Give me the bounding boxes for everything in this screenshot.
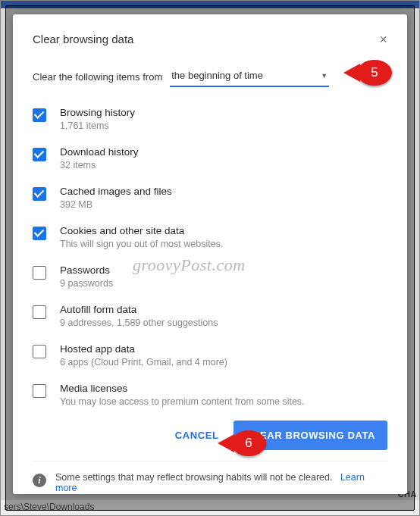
list-item: Download history32 items xyxy=(33,140,387,177)
item-sublabel: You may lose access to premium content f… xyxy=(60,396,305,407)
item-body: Download history32 items xyxy=(60,146,139,170)
list-item: Hosted app data6 apps (Cloud Print, Gmai… xyxy=(33,337,387,374)
checkbox[interactable] xyxy=(33,266,46,280)
checkbox[interactable] xyxy=(33,384,46,398)
list-item: Cached images and files392 MB xyxy=(33,180,387,216)
item-sublabel: 6 apps (Cloud Print, Gmail, and 4 more) xyxy=(60,357,227,367)
annotation-marker-5: 5 xyxy=(357,60,392,86)
item-body: Cookies and other site dataThis will sig… xyxy=(60,225,223,249)
checkbox[interactable] xyxy=(33,345,46,358)
item-sublabel: This will sign you out of most websites. xyxy=(60,239,223,249)
item-label: Hosted app data xyxy=(60,343,227,355)
item-sublabel: 392 MB xyxy=(60,199,172,210)
footer-text: Some settings that may reflect browsing … xyxy=(55,472,332,483)
items-list: Browsing history1,761 itemsDownload hist… xyxy=(33,101,387,413)
item-label: Download history xyxy=(60,146,139,158)
list-item: Cookies and other site dataThis will sig… xyxy=(33,219,387,255)
time-range-row: Clear the following items from the begin… xyxy=(33,67,387,87)
item-body: Hosted app data6 apps (Cloud Print, Gmai… xyxy=(60,343,227,367)
item-body: Media licensesYou may lose access to pre… xyxy=(60,383,305,407)
dialog-header: Clear browsing data × xyxy=(33,33,387,45)
time-range-select[interactable]: the beginning of time ▼ xyxy=(170,67,329,87)
item-body: Browsing history1,761 items xyxy=(60,107,135,131)
footer-text-wrap: Some settings that may reflect browsing … xyxy=(55,472,387,493)
dialog-footer: i Some settings that may reflect browsin… xyxy=(33,461,387,493)
item-body: Passwords9 passwords xyxy=(60,264,113,289)
item-label: Media licenses xyxy=(60,383,305,394)
list-item: Browsing history1,761 items xyxy=(33,101,387,137)
dialog-title: Clear browsing data xyxy=(33,33,133,45)
item-label: Cached images and files xyxy=(60,186,172,197)
clear-browsing-data-dialog: Clear browsing data × Clear the followin… xyxy=(13,14,407,494)
item-sublabel: 1,761 items xyxy=(60,120,135,131)
checkbox[interactable] xyxy=(33,305,46,319)
item-label: Cookies and other site data xyxy=(60,225,223,236)
list-item: Autofill form data9 addresses, 1,589 oth… xyxy=(33,298,387,334)
item-label: Browsing history xyxy=(60,107,135,118)
item-label: Autofill form data xyxy=(60,304,218,315)
checkbox[interactable] xyxy=(33,108,46,122)
item-body: Cached images and files392 MB xyxy=(60,186,172,210)
checkbox[interactable] xyxy=(33,148,46,161)
annotation-marker-6: 6 xyxy=(231,430,266,456)
time-range-label: Clear the following items from xyxy=(33,71,162,83)
item-body: Autofill form data9 addresses, 1,589 oth… xyxy=(60,304,218,328)
item-sublabel: 9 addresses, 1,589 other suggestions xyxy=(60,317,218,328)
info-icon: i xyxy=(33,474,46,487)
item-label: Passwords xyxy=(60,264,113,276)
list-item: Media licensesYou may lose access to pre… xyxy=(33,377,387,413)
dialog-actions: CANCEL CLEAR BROWSING DATA xyxy=(33,413,387,450)
checkbox[interactable] xyxy=(33,187,46,201)
checkbox[interactable] xyxy=(33,227,46,240)
list-item: Passwords9 passwords xyxy=(33,258,387,295)
close-icon[interactable]: × xyxy=(379,34,387,45)
chevron-down-icon: ▼ xyxy=(321,72,328,80)
item-sublabel: 9 passwords xyxy=(60,278,113,289)
time-range-value: the beginning of time xyxy=(171,70,263,81)
item-sublabel: 32 items xyxy=(60,160,139,170)
